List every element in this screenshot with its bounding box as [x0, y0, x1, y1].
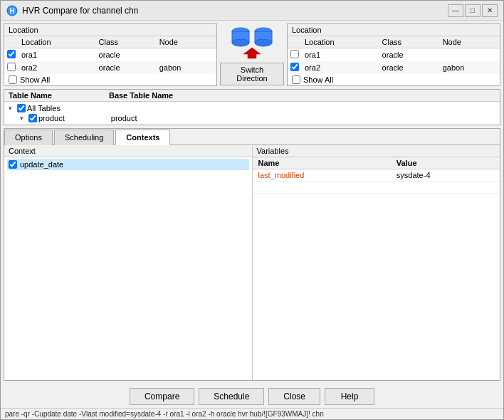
svg-point-4 [232, 39, 249, 46]
right-loc-row-2: ora2 oracle gabon [288, 61, 500, 74]
close-button[interactable]: Close [268, 388, 320, 405]
left-loc-class-header: Class [95, 36, 155, 48]
svg-point-7 [255, 39, 272, 46]
tree-root-row: ▾ All Tables [9, 103, 495, 113]
left-show-all-label: Show All [20, 75, 50, 84]
tab-content-contexts: Context update_date Variables [4, 145, 500, 380]
right-loc-location-header: Location [300, 36, 378, 48]
table-name-col-header: Table Name [9, 91, 52, 100]
left-loc-row2-node: gabon [155, 61, 216, 74]
right-show-all-label: Show All [303, 75, 333, 84]
context-item1-checkbox[interactable] [9, 160, 17, 169]
left-loc-row2-location: ora2 [17, 61, 95, 74]
variables-name-col-header: Name [253, 157, 391, 169]
right-show-all-checkbox[interactable] [292, 75, 300, 84]
variable-row-empty [253, 182, 500, 194]
tree-child-row: ▾ product product [9, 113, 495, 123]
right-loc-class-header: Class [378, 36, 439, 48]
left-location-table: Location Class Node ora1 oracle [4, 36, 216, 74]
tree-root-checkbox[interactable] [17, 104, 26, 112]
tables-content: ▾ All Tables ▾ product product [4, 102, 500, 125]
variable-row1-value: sysdate-4 [391, 169, 500, 182]
left-loc-node-header: Node [155, 36, 216, 48]
left-loc-location-header: Location [17, 36, 95, 48]
tables-section: Table Name Base Table Name ▾ All Tables … [4, 89, 500, 125]
tree-child-expander: ▾ [20, 115, 27, 122]
context-panel: Context update_date [4, 145, 253, 380]
right-loc-row2-location: ora2 [300, 61, 378, 74]
right-loc-row2-node: gabon [439, 61, 500, 74]
right-loc-node-header: Node [439, 36, 500, 48]
left-location-panel: Location Location Class Node ora1 [4, 23, 217, 86]
app-icon: H [6, 5, 18, 16]
right-loc-row1-node [439, 48, 500, 62]
left-location-title: Location [4, 24, 216, 36]
compare-button[interactable]: Compare [130, 388, 194, 405]
right-loc-row2-checkbox[interactable] [290, 63, 299, 71]
variable-empty-value [391, 182, 500, 194]
titlebar-controls: — □ ✕ [448, 4, 498, 17]
status-bar: pare -qr -Cupdate date -Vlast modified=s… [1, 408, 503, 419]
left-loc-row-2: ora2 oracle gabon [4, 61, 216, 74]
left-loc-row1-checkbox[interactable] [7, 50, 16, 58]
help-button[interactable]: Help [325, 388, 374, 405]
tabs-bar: Options Scheduling Contexts [4, 129, 500, 145]
context-list: update_date [4, 157, 252, 380]
content-area: Location Location Class Node ora1 [1, 21, 503, 384]
right-loc-row1-location: ora1 [300, 48, 378, 62]
tree-child-base-label: product [111, 114, 137, 122]
titlebar: H HVR Compare for channel chn — □ ✕ [1, 1, 503, 21]
variable-empty-name [253, 182, 391, 194]
left-loc-row1-node [155, 48, 216, 62]
left-loc-row-1: ora1 oracle [4, 48, 216, 62]
base-table-name-col-header: Base Table Name [109, 91, 173, 100]
switch-container: Switch Direction [220, 23, 284, 86]
tree-child-label: product [38, 114, 65, 122]
variable-row1-name: last_modified [253, 169, 391, 182]
top-section: Location Location Class Node ora1 [4, 23, 500, 86]
context-item-1: update_date [7, 159, 249, 170]
right-location-panel: Location Location Class Node ora1 [287, 23, 500, 86]
left-loc-row2-class: oracle [95, 61, 155, 74]
right-location-title: Location [288, 24, 500, 36]
left-loc-row1-class: oracle [95, 48, 155, 62]
context-item1-label: update_date [20, 160, 63, 169]
tab-scheduling[interactable]: Scheduling [54, 130, 114, 145]
left-show-all-row: Show All [4, 74, 216, 85]
variables-panel: Variables Name Value last_modified sysda… [253, 145, 500, 380]
right-loc-row2-class: oracle [378, 61, 439, 74]
tab-options[interactable]: Options [4, 130, 53, 145]
minimize-button[interactable]: — [448, 4, 463, 17]
left-loc-check-header [4, 36, 17, 48]
tree-child-checkbox[interactable] [28, 114, 37, 122]
left-show-all-checkbox[interactable] [9, 75, 17, 84]
close-window-button[interactable]: ✕ [482, 4, 498, 17]
right-loc-row-1: ora1 oracle [288, 48, 500, 62]
variables-panel-title: Variables [253, 145, 500, 157]
right-show-all-row: Show All [288, 74, 500, 85]
window-title: HVR Compare for channel chn [22, 6, 443, 16]
left-loc-row1-location: ora1 [17, 48, 95, 62]
maximize-button[interactable]: □ [465, 4, 481, 17]
svg-marker-8 [243, 48, 261, 58]
right-loc-row1-checkbox[interactable] [290, 50, 299, 58]
tables-header: Table Name Base Table Name [4, 90, 500, 102]
variables-table: Name Value last_modified sysdate-4 [253, 157, 500, 194]
switch-direction-icon [229, 24, 275, 60]
right-location-table: Location Class Node ora1 oracle [288, 36, 500, 74]
svg-text:H: H [9, 7, 14, 15]
bottom-bar: Compare Schedule Close Help [1, 384, 503, 408]
variables-value-col-header: Value [391, 157, 500, 169]
tree-root-label: All Tables [27, 104, 61, 112]
switch-direction-button[interactable]: Switch Direction [220, 63, 284, 85]
context-panel-title: Context [4, 145, 252, 157]
right-loc-check-header [288, 36, 300, 48]
tab-contexts[interactable]: Contexts [115, 130, 170, 145]
schedule-button[interactable]: Schedule [199, 388, 264, 405]
variable-row-1: last_modified sysdate-4 [253, 169, 500, 182]
status-text: pare -qr -Cupdate date -Vlast modified=s… [5, 410, 324, 418]
main-window: H HVR Compare for channel chn — □ ✕ Loca… [0, 0, 504, 420]
left-loc-row2-checkbox[interactable] [7, 63, 16, 71]
tree-expander-icon: ▾ [9, 105, 16, 112]
tabs-section: Options Scheduling Contexts Context upda… [4, 128, 500, 381]
